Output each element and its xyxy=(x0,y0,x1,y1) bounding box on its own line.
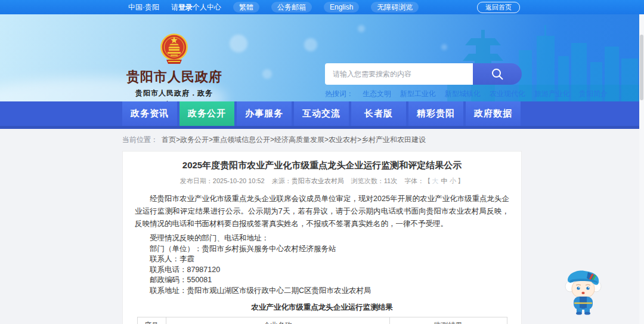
mascot-assistant-icon[interactable] xyxy=(564,267,602,315)
font-size-large-button[interactable]: 大 xyxy=(432,177,438,184)
table-header-row: 序号 企业名称 监测结果 xyxy=(137,317,507,324)
login-prefix: 请 xyxy=(171,3,178,11)
back-home-button[interactable]: 返回首页 xyxy=(477,2,520,13)
nav-item-jingcai-guiyang[interactable]: 精彩贵阳 xyxy=(408,101,463,126)
results-table: 序号 企业名称 监测结果 1 贵州合力超市采购有限公司 合格 2 贵州友禾种业有… xyxy=(137,317,507,324)
font-size-medium-button[interactable]: 中 xyxy=(441,177,447,184)
hot-search-words: 热搜词： 生态文明 新型工业化 新型城镇化 农业现代化 旅游产业化 贵阳简介 xyxy=(325,89,522,99)
nav-item-zhangzheban[interactable]: 长者版 xyxy=(351,101,406,126)
nav-item-hudong-jiaoliu[interactable]: 互动交流 xyxy=(294,101,349,126)
nav-item-banshi-fuwu[interactable]: 办事服务 xyxy=(237,101,292,126)
bokeh-dot xyxy=(230,35,247,53)
national-emblem-icon xyxy=(160,33,188,64)
article-title: 2025年度贵阳市农业产业化市级重点龙头企业运行监测和评定结果公示 xyxy=(135,160,509,171)
breadcrumb: 当前位置： 首页>政务公开>重点领域信息公开>经济高质量发展>农业农村>乡村产业… xyxy=(0,129,644,151)
col-header-result: 监测结果 xyxy=(389,317,507,324)
col-header-company: 企业名称 xyxy=(166,317,389,324)
contact-address: 联系地址：贵阳市观山湖区市级行政中心二期C区贵阳市农业农村局 xyxy=(135,286,509,297)
views-value: 11次 xyxy=(384,177,397,184)
contact-person: 联系人：李霞 xyxy=(135,254,509,265)
results-table-title: 农业产业化市级重点龙头企业运行监测结果 xyxy=(135,303,509,313)
breadcrumb-label: 当前位置： xyxy=(122,135,158,145)
login-suffix: 个人中心 xyxy=(193,3,221,11)
breadcrumb-path[interactable]: 首页>政务公开>重点领域信息公开>经济高质量发展>农业农村>乡村产业和农田建设 xyxy=(162,135,426,145)
topbar-link-china-guiyang[interactable]: 中国·贵阳 xyxy=(128,2,159,13)
main-navigation: 政务资讯 政务公开 办事服务 互动交流 长者版 精彩贵阳 政府数据 xyxy=(0,101,644,129)
search-area: 热搜词： 生态文明 新型工业化 新型城镇化 农业现代化 旅游产业化 贵阳简介 xyxy=(325,63,522,99)
bokeh-dot xyxy=(304,38,317,51)
site-logo[interactable]: 贵阳市人民政府 贵阳市人民政府．政务 www.guiyang.gov.cn xyxy=(126,33,222,101)
site-subtitle: 贵阳市人民政府．政务 xyxy=(126,88,222,98)
scrollbar-track[interactable] xyxy=(639,14,644,324)
search-input[interactable] xyxy=(325,63,473,85)
site-title: 贵阳市人民政府 xyxy=(126,68,222,86)
header-banner: 贵阳市人民政府 贵阳市人民政府．政务 www.guiyang.gov.cn 热搜… xyxy=(0,14,644,101)
article-card: 2025年度贵阳市农业产业化市级重点龙头企业运行监测和评定结果公示 发布日期：2… xyxy=(122,151,522,324)
bokeh-dot xyxy=(358,25,365,32)
bokeh-dot xyxy=(441,44,447,50)
hot-word-link[interactable]: 贵阳简介 xyxy=(579,89,608,99)
topbar-link-english[interactable]: English xyxy=(324,2,359,13)
hot-word-link[interactable]: 新型城镇化 xyxy=(445,89,481,99)
contact-department: 部门（单位）：贵阳市乡村振兴服务中心农村经济服务站 xyxy=(135,244,509,255)
hot-words-label: 热搜词： xyxy=(325,89,354,99)
contact-phone: 联系电话：87987120 xyxy=(135,265,509,276)
article-paragraph: 经贵阳市农业产业化市级重点龙头企业联席会议成员单位审定，现对2025年开展的农业… xyxy=(135,193,509,230)
col-header-index: 序号 xyxy=(137,317,166,324)
contact-postcode: 邮政编码：550081 xyxy=(135,275,509,286)
nav-item-zhengwu-zixun[interactable]: 政务资讯 xyxy=(122,101,177,126)
article-body: 经贵阳市农业产业化市级重点龙头企业联席会议成员单位审定，现对2025年开展的农业… xyxy=(135,193,509,324)
publish-date: 2025-10-20 10:52 xyxy=(213,177,265,184)
page: 中国·贵阳 请登录个人中心 繁體 公务邮箱 English 无障碍浏览 返回首页 xyxy=(0,0,644,324)
hot-word-link[interactable]: 生态文明 xyxy=(363,89,391,99)
topbar-login-link[interactable]: 请登录个人中心 xyxy=(171,2,221,13)
topbar-link-accessibility[interactable]: 无障碍浏览 xyxy=(371,2,419,13)
publish-date-label: 发布日期： xyxy=(180,177,213,184)
nav-item-zhengwu-gongkai[interactable]: 政务公开 xyxy=(179,101,234,126)
bokeh-dot xyxy=(262,69,272,79)
topbar-link-traditional[interactable]: 繁體 xyxy=(233,2,259,13)
font-size-label: 字体： xyxy=(404,177,424,184)
topbar: 中国·贵阳 请登录个人中心 繁體 公务邮箱 English 无障碍浏览 返回首页 xyxy=(0,0,644,14)
views-label: 浏览次数： xyxy=(351,177,384,184)
topbar-link-mail[interactable]: 公务邮箱 xyxy=(271,2,312,13)
source-value: 贵阳市农业农村局 xyxy=(292,177,344,184)
search-button[interactable] xyxy=(473,63,522,85)
login-strong[interactable]: 登录 xyxy=(178,3,193,11)
hot-word-link[interactable]: 新型工业化 xyxy=(400,89,436,99)
bracket: 【 xyxy=(424,177,431,184)
hot-word-link[interactable]: 农业现代化 xyxy=(490,89,525,99)
font-size-small-button[interactable]: 小 xyxy=(450,177,456,184)
hot-word-link[interactable]: 旅游产业化 xyxy=(534,89,570,99)
search-icon xyxy=(490,67,504,81)
scrollbar-thumb[interactable] xyxy=(640,35,643,100)
source-label: 来源： xyxy=(272,177,292,184)
nav-item-zhengfu-shuju[interactable]: 政府数据 xyxy=(466,101,521,126)
bracket: 】 xyxy=(457,177,464,184)
contact-intro: 受理情况反映的部门、电话和地址： xyxy=(135,233,509,244)
article-meta: 发布日期：2025-10-20 10:52来源：贵阳市农业农村局浏览次数：11次… xyxy=(135,177,509,186)
